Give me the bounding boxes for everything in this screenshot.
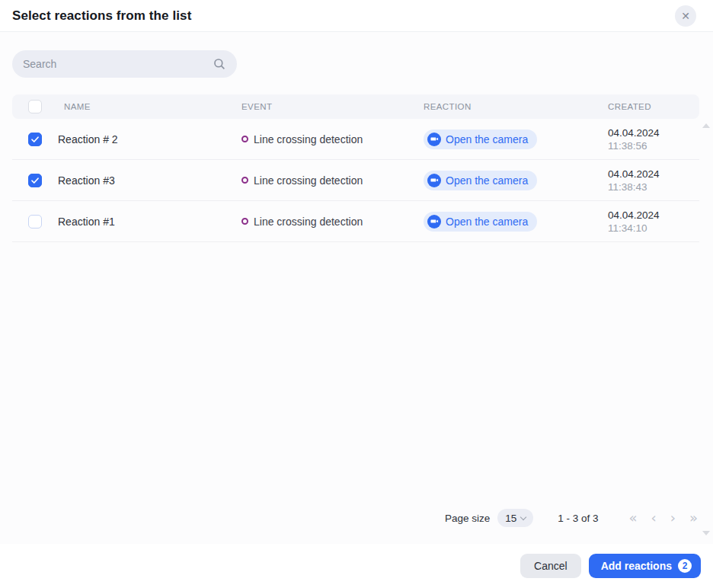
reaction-badge[interactable]: Open the camera (424, 129, 537, 149)
scrollbar-down-arrow[interactable] (702, 531, 710, 535)
select-reactions-dialog: Select reactions from the list ✕ (0, 0, 713, 588)
column-header-created: CREATED (602, 102, 699, 111)
table-row[interactable]: Reaction #3 Line crossing detection Open… (12, 160, 699, 201)
column-header-reaction: REACTION (424, 102, 602, 111)
first-page-button[interactable]: « (629, 511, 638, 525)
event-type-icon (241, 218, 248, 225)
dialog-body: NAME EVENT REACTION CREATED Reaction # 2… (0, 32, 713, 544)
created-cell: 04.04.2024 11:34:10 (602, 209, 699, 234)
add-reactions-label: Add reactions (601, 560, 672, 572)
pager-controls: « ‹ › » (629, 511, 698, 525)
close-icon: ✕ (681, 11, 690, 21)
selected-count-badge: 2 (678, 559, 692, 573)
next-page-button[interactable]: › (670, 511, 676, 525)
event-label: Line crossing detection (254, 133, 363, 145)
page-size-label: Page size (445, 513, 490, 524)
reaction-label: Open the camera (446, 174, 528, 187)
pagination-bar: Page size 15 1 - 3 of 3 « ‹ › » (12, 509, 701, 544)
prev-page-button[interactable]: ‹ (651, 511, 657, 525)
column-header-event: EVENT (241, 102, 424, 111)
camera-icon (427, 174, 441, 187)
table-header-row: NAME EVENT REACTION CREATED (12, 94, 699, 119)
last-page-button[interactable]: » (689, 511, 698, 525)
created-time: 11:34:10 (608, 222, 699, 234)
row-checkbox[interactable] (28, 174, 42, 187)
dialog-footer: Cancel Add reactions 2 (0, 544, 713, 588)
cancel-button[interactable]: Cancel (520, 554, 581, 578)
table-row[interactable]: Reaction #1 Line crossing detection Open… (12, 201, 699, 242)
page-size-value: 15 (505, 513, 516, 524)
event-cell: Line crossing detection (241, 174, 424, 187)
chevron-down-icon (520, 513, 526, 519)
event-cell: Line crossing detection (241, 133, 424, 145)
column-header-name: NAME (58, 102, 241, 111)
event-type-icon (241, 177, 248, 184)
reaction-badge[interactable]: Open the camera (424, 171, 537, 190)
dialog-title: Select reactions from the list (12, 8, 191, 24)
search-bar[interactable] (12, 50, 237, 78)
add-reactions-button[interactable]: Add reactions 2 (589, 554, 701, 578)
reaction-name: Reaction #1 (58, 216, 241, 228)
reaction-badge[interactable]: Open the camera (424, 212, 537, 232)
pagination-range: 1 - 3 of 3 (558, 513, 598, 524)
created-time: 11:38:56 (608, 140, 699, 152)
page-size-select[interactable]: 15 (497, 509, 533, 527)
event-label: Line crossing detection (254, 216, 363, 228)
row-checkbox[interactable] (28, 215, 42, 228)
created-cell: 04.04.2024 11:38:43 (602, 168, 699, 193)
reaction-label: Open the camera (446, 133, 528, 145)
event-cell: Line crossing detection (241, 216, 424, 228)
reaction-cell: Open the camera (424, 129, 602, 149)
select-all-checkbox[interactable] (28, 100, 42, 113)
reaction-cell: Open the camera (424, 212, 602, 232)
search-input[interactable] (23, 58, 213, 70)
scrollbar-up-arrow[interactable] (702, 123, 710, 128)
event-label: Line crossing detection (254, 174, 363, 187)
created-date: 04.04.2024 (608, 168, 699, 180)
empty-area (12, 242, 701, 509)
search-icon (213, 57, 226, 71)
reactions-table: NAME EVENT REACTION CREATED Reaction # 2… (12, 94, 699, 242)
camera-icon (427, 215, 441, 228)
created-time: 11:38:43 (608, 181, 699, 193)
reaction-name: Reaction #3 (58, 174, 241, 187)
created-date: 04.04.2024 (608, 127, 699, 139)
reaction-label: Open the camera (446, 216, 528, 228)
reaction-name: Reaction # 2 (58, 133, 241, 145)
row-checkbox[interactable] (28, 133, 42, 146)
table-row[interactable]: Reaction # 2 Line crossing detection Ope… (12, 119, 699, 160)
dialog-header: Select reactions from the list ✕ (0, 0, 713, 32)
camera-icon (427, 133, 441, 146)
event-type-icon (241, 136, 248, 142)
reaction-cell: Open the camera (424, 171, 602, 190)
table-body: Reaction # 2 Line crossing detection Ope… (12, 119, 699, 242)
close-button[interactable]: ✕ (675, 5, 696, 27)
created-date: 04.04.2024 (608, 209, 699, 221)
created-cell: 04.04.2024 11:38:56 (602, 127, 699, 152)
